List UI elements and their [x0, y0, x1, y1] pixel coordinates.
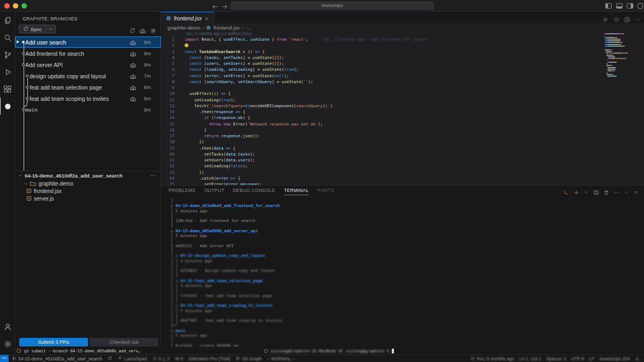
activity-graphite-icon[interactable] [0, 98, 15, 115]
branch-age: 7m [144, 73, 156, 79]
activity-run-debug-icon[interactable] [0, 63, 15, 80]
terminal-warning-icon[interactable] [563, 187, 569, 197]
breadcrumb-symbol[interactable]: … [246, 25, 251, 31]
cursor-position[interactable]: Ln 1, Col 1 [519, 356, 541, 361]
kill-terminal-icon[interactable] [604, 187, 609, 197]
editor-tab-bar: frontend.jsx [161, 12, 644, 24]
line-number: 1 [161, 36, 174, 42]
run-icon[interactable] [603, 14, 609, 24]
vim-mode-status[interactable]: -- NORMAL -- [267, 356, 295, 361]
gear-icon[interactable] [150, 26, 156, 35]
panel-tab-problems[interactable]: PROBLEMS [169, 186, 195, 195]
maximize-panel-icon[interactable] [624, 187, 629, 197]
minimize-window-button[interactable] [13, 3, 18, 9]
eol[interactable]: LF [589, 356, 594, 361]
terminal-prompt-row[interactable]: gt submit --branch 04-15-demo_d05a808b_a… [15, 347, 644, 354]
tree-item-frontend-jsx[interactable]: frontend.jsx [15, 187, 161, 195]
breadcrumb-folder[interactable]: graphite-demo [167, 25, 200, 31]
layout-customize-icon[interactable] [638, 3, 643, 9]
line-number: 23 [161, 169, 174, 175]
tree-item-graphite-demo[interactable]: graphite-demo [15, 180, 161, 187]
panel-actions [563, 187, 639, 197]
git-graph-status[interactable]: Git Graph [236, 356, 262, 361]
code-line: 22 setLoading(false); [161, 163, 644, 169]
open-changes-icon[interactable] [613, 14, 619, 24]
layout-sidebar-right-icon[interactable] [627, 3, 633, 9]
more-actions-icon[interactable] [614, 187, 619, 197]
code-editor[interactable]: 1import React, { useEffect, useState } f… [161, 36, 644, 187]
breadcrumb-file[interactable]: frontend.jsx [213, 25, 239, 31]
cloud-upload-icon[interactable] [130, 73, 136, 80]
close-window-button[interactable] [4, 3, 10, 9]
terminal-output[interactable]: │○ 04-15-demo_d23a8be9_add_frontend_for_… [171, 198, 639, 347]
activity-source-control-icon[interactable] [0, 46, 15, 63]
command-decoration-icon[interactable] [17, 349, 21, 353]
close-icon[interactable] [204, 16, 209, 21]
new-terminal-icon[interactable] [574, 187, 579, 197]
more-actions-icon[interactable] [150, 171, 156, 180]
panel-tab-debug-console[interactable]: DEBUG CONSOLE [233, 186, 275, 195]
sync-dropdown-chevron-icon[interactable] [46, 26, 55, 32]
terminal-line: │ │ 4647981 - feat add team scoping to i… [171, 318, 639, 323]
notifications-bell[interactable] [635, 356, 640, 361]
activity-explorer-icon[interactable] [0, 12, 15, 29]
activity-extensions-icon[interactable] [0, 80, 15, 98]
split-editor-icon[interactable] [624, 14, 630, 24]
gitkraken-status[interactable]: GitKraken Pro (Trial) [188, 356, 230, 361]
cloud-upload-icon[interactable] [140, 26, 146, 35]
git-branch-status[interactable]: 04-15-demo_4510df2a_add_user_search [12, 356, 102, 361]
command-center[interactable]: monorepo [231, 2, 434, 10]
panel-tab-ports[interactable]: PORTS [317, 186, 334, 195]
branch-item[interactable]: Add user search9m [15, 36, 161, 48]
codelens-blame[interactable]: You, 5 months ago | 1 author (You) [161, 31, 644, 36]
cloud-upload-icon[interactable] [130, 62, 136, 69]
panel-tab-output[interactable]: OUTPUT [204, 186, 224, 195]
branch-item[interactable]: main9m [15, 104, 161, 115]
cloud-upload-icon[interactable] [130, 95, 136, 102]
encoding[interactable]: UTF-8 [571, 356, 584, 361]
lightbulb-icon[interactable] [185, 43, 188, 47]
branch-item[interactable]: Add frontend for search9m [15, 48, 161, 59]
indentation[interactable]: Spaces: 2 [546, 356, 567, 361]
close-panel-icon[interactable] [634, 187, 639, 197]
chevron-down-icon [18, 171, 23, 180]
line-number: 15 [161, 121, 174, 127]
remote-indicator[interactable]: >< [0, 355, 9, 362]
cloud-upload-icon[interactable] [130, 50, 136, 57]
sync-status[interactable] [107, 356, 112, 361]
activity-settings-icon[interactable] [0, 335, 15, 352]
layout-panel-icon[interactable] [616, 3, 623, 9]
shell-prompt: xiulong@Graphite-16-MacBook 4C xiulong@g… [270, 349, 389, 353]
blame-status[interactable]: You, 5 months ago [470, 356, 515, 361]
back-arrow-icon[interactable] [211, 2, 218, 11]
terminal-dropdown-icon[interactable] [584, 187, 589, 197]
branch-item[interactable]: feat add team selection page8m [15, 82, 161, 93]
more-actions-icon[interactable] [635, 14, 641, 24]
branch-item[interactable]: feat add team scoping to invites9m [15, 93, 161, 104]
refresh-icon[interactable] [129, 26, 135, 35]
panel-tab-terminal[interactable]: TERMINAL [284, 186, 309, 195]
launchpad-status[interactable]: Launchpad [118, 356, 147, 361]
line-number: 22 [161, 163, 174, 169]
branch-item[interactable]: design update copy and layout7m [15, 70, 161, 82]
layout-sidebar-left-icon[interactable] [605, 3, 612, 9]
tree-item-server-js[interactable]: server.js [15, 195, 161, 202]
checked-out-button[interactable]: Checked out [90, 338, 158, 346]
branch-item[interactable]: Add server API9m [15, 59, 161, 70]
activity-search-icon[interactable] [0, 29, 15, 46]
maximize-window-button[interactable] [21, 3, 27, 9]
submit-prs-button[interactable]: Submit 3 PRs [19, 338, 88, 346]
minimap[interactable] [604, 33, 643, 77]
cloud-upload-icon[interactable] [130, 84, 136, 91]
section-header[interactable]: 04-15-demo_4510df2a_add_user_search [15, 171, 161, 180]
split-terminal-icon[interactable] [594, 187, 599, 197]
terminal-line: │ │ [171, 288, 639, 293]
cloud-upload-icon[interactable] [130, 39, 136, 46]
language-mode[interactable]: JavaScript JSX [599, 356, 630, 361]
warnings-status[interactable]: W 0 [175, 356, 183, 361]
tab-frontend-jsx[interactable]: frontend.jsx [161, 12, 214, 24]
forward-arrow-icon[interactable] [221, 2, 228, 11]
problems-status[interactable]: 0 △ 3 [152, 356, 170, 361]
activity-accounts-icon[interactable] [0, 318, 15, 335]
sync-button[interactable]: Sync [19, 25, 56, 33]
